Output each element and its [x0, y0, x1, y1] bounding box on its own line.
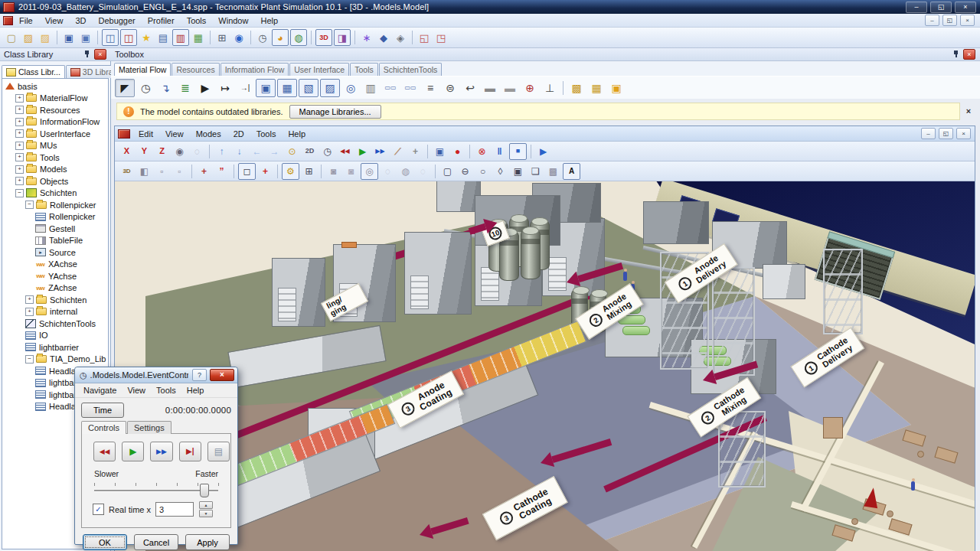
material-flow-objects-icon[interactable]: ◍	[290, 29, 307, 46]
real-time-factor-input[interactable]: 3	[155, 502, 194, 517]
pin-icon[interactable]	[83, 51, 90, 58]
pin-icon[interactable]	[952, 51, 959, 58]
tree-item-schichten[interactable]: −Schichten	[2, 187, 108, 200]
menu-edit[interactable]: Edit	[132, 129, 159, 139]
window-red-2-icon[interactable]: ◳	[433, 30, 449, 45]
menu-tools[interactable]: Tools	[250, 129, 283, 139]
shape-plane-icon[interactable]: ▩	[545, 164, 561, 179]
collapse-icon[interactable]: −	[25, 201, 34, 209]
tab-class-libr-[interactable]: Class Libr...	[2, 65, 65, 78]
camera-next-icon[interactable]: ◍	[397, 164, 413, 179]
toolbox-window-icon[interactable]: ▥	[172, 29, 189, 46]
vp-minimize-icon[interactable]: –	[921, 128, 936, 139]
menu-file[interactable]: File	[13, 15, 39, 26]
buffer2-tool-icon[interactable]: ▭▭	[401, 80, 420, 96]
expand-icon[interactable]: +	[15, 142, 24, 150]
buffer-tool-icon[interactable]: ▭▭	[381, 80, 400, 96]
menu-help[interactable]: Help	[282, 129, 312, 139]
2d-view-icon[interactable]: ◨	[334, 29, 351, 46]
macro-record-icon[interactable]: ◆	[376, 30, 391, 45]
shape-sphere-icon[interactable]: ○	[475, 164, 491, 179]
parallel-proc-tool-icon[interactable]: ▦	[277, 79, 297, 97]
open-model-icon[interactable]: ▨	[21, 30, 36, 45]
interface-tool-icon[interactable]: ≣	[176, 80, 194, 96]
collapse-icon[interactable]: −	[15, 189, 24, 197]
record-video-icon[interactable]: ●	[449, 144, 466, 159]
y-axis-view-icon[interactable]: Y	[136, 144, 152, 159]
cycle-tool-icon[interactable]: ◎	[341, 80, 360, 96]
shape-box-icon[interactable]: ▢	[439, 164, 456, 179]
expand-icon[interactable]: +	[15, 177, 24, 185]
gear-toggle-icon[interactable]: ⚙	[282, 163, 299, 180]
move-up-icon[interactable]: ↑	[214, 144, 230, 159]
dialog-title-bar[interactable]: ◷ .Models.Model.EventContr... ?×	[75, 367, 237, 383]
collapse-icon[interactable]: −	[25, 355, 34, 364]
connector-tool-icon[interactable]: ↴	[156, 80, 175, 96]
transfer-tool-icon[interactable]: ▬	[481, 80, 499, 96]
reset-button-icon[interactable]: ◀◀	[93, 442, 116, 461]
tab-material-flow[interactable]: Material Flow	[114, 63, 171, 76]
restore-icon[interactable]: ◱	[930, 2, 952, 13]
single-proc-tool-icon[interactable]: ▣	[256, 79, 276, 97]
spin-down-icon[interactable]: ▼	[199, 510, 213, 517]
camera-1-icon[interactable]: ◙	[325, 164, 341, 179]
abort-recording-icon[interactable]: ⊗	[474, 144, 490, 159]
tree-item-informationflow[interactable]: +InformationFlow	[2, 116, 108, 129]
menu-tools[interactable]: Tools	[181, 15, 213, 26]
tree-item-gestell[interactable]: Gestell	[2, 223, 108, 235]
new-model-icon[interactable]: ▢	[4, 30, 19, 45]
source-tool-icon[interactable]: ↦	[216, 80, 234, 96]
drag-view-icon[interactable]: +	[196, 164, 212, 179]
tree-item-basis[interactable]: basis	[2, 80, 108, 93]
tree-item-source[interactable]: Source	[2, 246, 108, 259]
macro-play-icon[interactable]: ◈	[393, 30, 408, 45]
angle-converter-tool-icon[interactable]: ▬	[501, 80, 519, 96]
capture-screen-icon[interactable]: ▣	[432, 144, 448, 159]
open-file-button-icon[interactable]: ▤	[207, 442, 230, 461]
tab-resources[interactable]: Resources	[172, 63, 219, 76]
apply-button[interactable]: Apply	[185, 534, 230, 550]
minimize-icon[interactable]: –	[906, 2, 927, 13]
tree-item-models[interactable]: +Models	[2, 164, 108, 176]
menu-2d[interactable]: 2D	[227, 129, 250, 139]
fast-forward-button-icon[interactable]: ▶▶	[150, 442, 172, 461]
step-button-icon[interactable]: ▶|	[179, 442, 201, 461]
camera-fly-icon[interactable]: ◌	[415, 164, 431, 179]
close-icon[interactable]: ×	[955, 2, 976, 13]
tree-item-tablefile[interactable]: TableFile	[2, 235, 108, 247]
machine-block[interactable]	[272, 258, 325, 327]
class-library-window-icon[interactable]: ◫	[102, 29, 119, 46]
camera-2-icon[interactable]: ◙	[343, 164, 359, 179]
simulation-time-icon[interactable]: ◷	[319, 144, 335, 159]
shape-group-icon[interactable]: ▣	[510, 164, 526, 179]
tab-schichtentools[interactable]: SchichtenTools	[379, 63, 443, 76]
tree-item-materialflow[interactable]: +MaterialFlow	[2, 93, 108, 105]
menu-navigate[interactable]: Navigate	[78, 385, 122, 396]
tree-item-xachse[interactable]: wwXAchse	[2, 259, 108, 271]
tree-item-rollenpicker[interactable]: Rollenpicker	[2, 211, 108, 223]
expand-icon[interactable]: +	[15, 153, 24, 161]
real-time-checkbox[interactable]: ✓	[93, 504, 104, 515]
menu-view[interactable]: View	[122, 385, 151, 396]
reset-simulation-icon[interactable]: ◀◀	[337, 144, 353, 159]
tree-item-io[interactable]: IO	[2, 330, 108, 342]
drain-tool-icon[interactable]: →|	[236, 80, 254, 96]
save-icon[interactable]: ▣	[61, 30, 77, 45]
3d-library-window-icon[interactable]: ◫	[120, 29, 137, 46]
expand-icon[interactable]: +	[15, 165, 24, 174]
move-right-icon[interactable]: →	[266, 144, 283, 159]
zoom-tool-icon[interactable]: ◌	[189, 144, 205, 159]
time-button[interactable]: Time	[81, 403, 124, 418]
3d-view-icon[interactable]: 3D	[315, 29, 332, 46]
dialog-close-icon[interactable]: ×	[210, 369, 234, 381]
menu-help[interactable]: Help	[254, 15, 284, 26]
select-cursor-icon[interactable]: ◤	[115, 79, 135, 97]
tree-item-schichten[interactable]: +Schichten	[2, 294, 108, 306]
tab-user-interface[interactable]: User Interface	[289, 63, 349, 76]
mdi-minimize-icon[interactable]: –	[925, 15, 939, 26]
expand-icon[interactable]: +	[15, 94, 24, 103]
3d-cd-icon[interactable]: 3D	[119, 164, 135, 179]
menu-view[interactable]: View	[39, 15, 70, 26]
event-controller-toggle-icon[interactable]: ◕	[272, 29, 289, 46]
expand-icon[interactable]: +	[25, 308, 34, 316]
